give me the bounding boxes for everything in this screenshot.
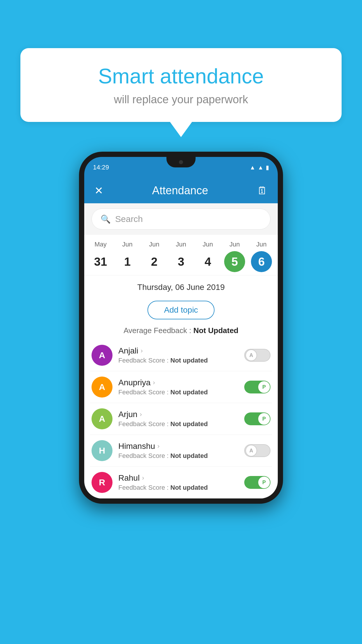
feedback-score: Feedback Score : Not updated bbox=[118, 388, 240, 396]
calendar-day[interactable]: Jun3 bbox=[168, 241, 194, 272]
search-bar[interactable]: 🔍 Search bbox=[92, 209, 270, 230]
avatar: A bbox=[92, 345, 113, 366]
battery-icon: ▮ bbox=[266, 164, 269, 171]
calendar-icon[interactable]: 🗓 bbox=[257, 185, 268, 197]
feedback-score: Feedback Score : Not updated bbox=[118, 357, 240, 364]
day-month: Jun bbox=[122, 241, 132, 248]
student-info: Himanshu ›Feedback Score : Not updated bbox=[118, 442, 240, 460]
selected-date-text: Thursday, 06 June 2019 bbox=[93, 283, 269, 292]
student-row[interactable]: AAnjali ›Feedback Score : Not updatedA bbox=[90, 340, 272, 371]
student-name: Anjali › bbox=[118, 346, 240, 356]
average-feedback: Average Feedback : Not Updated bbox=[84, 324, 278, 340]
toggle-knob: P bbox=[258, 477, 270, 488]
chevron-right-icon: › bbox=[140, 411, 142, 418]
feedback-score: Feedback Score : Not updated bbox=[118, 484, 240, 491]
attendance-toggle[interactable]: P bbox=[244, 381, 270, 393]
add-topic-container: Add topic bbox=[84, 296, 278, 324]
day-number[interactable]: 1 bbox=[117, 251, 138, 272]
avatar: A bbox=[92, 408, 113, 429]
student-row[interactable]: AArjun ›Feedback Score : Not updatedP bbox=[90, 403, 272, 435]
student-info: Arjun ›Feedback Score : Not updated bbox=[118, 410, 240, 428]
speech-bubble: Smart attendance will replace your paper… bbox=[20, 48, 342, 122]
avg-feedback-value: Not Updated bbox=[193, 326, 238, 335]
chevron-right-icon: › bbox=[142, 474, 144, 482]
day-number[interactable]: 4 bbox=[197, 251, 218, 272]
toggle-knob: A bbox=[245, 445, 257, 456]
day-month: Jun bbox=[256, 241, 266, 248]
toggle-switch[interactable]: A bbox=[244, 444, 270, 457]
student-row[interactable]: RRahul ›Feedback Score : Not updatedP bbox=[90, 467, 272, 498]
toggle-switch[interactable]: P bbox=[244, 412, 270, 425]
status-bar: 14:29 ▲ ▲ ▮ bbox=[84, 157, 278, 178]
selected-date-section: Thursday, 06 June 2019 bbox=[84, 275, 278, 296]
chevron-right-icon: › bbox=[153, 379, 155, 386]
student-name: Rahul › bbox=[118, 473, 240, 483]
student-info: Anjali ›Feedback Score : Not updated bbox=[118, 346, 240, 364]
attendance-toggle[interactable]: A bbox=[244, 444, 270, 457]
search-placeholder: Search bbox=[115, 214, 143, 224]
toggle-switch[interactable]: P bbox=[244, 381, 270, 393]
avatar: A bbox=[92, 377, 113, 398]
student-row[interactable]: HHimanshu ›Feedback Score : Not updatedA bbox=[90, 435, 272, 467]
speech-bubble-container: Smart attendance will replace your paper… bbox=[20, 48, 342, 122]
day-number[interactable]: 5 bbox=[224, 251, 245, 272]
day-month: May bbox=[94, 241, 107, 248]
calendar-day[interactable]: Jun4 bbox=[195, 241, 221, 272]
avatar: H bbox=[92, 440, 113, 461]
phone-screen: 🔍 Search May31Jun1Jun2Jun3Jun4Jun5Jun6 T… bbox=[84, 203, 278, 498]
search-icon: 🔍 bbox=[101, 214, 111, 224]
student-list: AAnjali ›Feedback Score : Not updatedAAA… bbox=[84, 340, 278, 498]
toggle-knob: P bbox=[258, 413, 270, 425]
day-month: Jun bbox=[149, 241, 159, 248]
student-name: Anupriya › bbox=[118, 378, 240, 387]
camera-dot bbox=[179, 160, 183, 164]
wifi-icon: ▲ bbox=[249, 164, 255, 171]
chevron-right-icon: › bbox=[140, 347, 143, 355]
day-month: Jun bbox=[203, 241, 213, 248]
student-info: Anupriya ›Feedback Score : Not updated bbox=[118, 378, 240, 396]
app-title: Attendance bbox=[152, 184, 208, 197]
bubble-subtitle: will replace your paperwork bbox=[38, 93, 324, 106]
notch bbox=[166, 157, 196, 167]
student-name: Himanshu › bbox=[118, 442, 240, 451]
student-name: Arjun › bbox=[118, 410, 240, 419]
feedback-score: Feedback Score : Not updated bbox=[118, 452, 240, 460]
avg-feedback-label: Average Feedback : bbox=[124, 326, 191, 335]
calendar-day[interactable]: May31 bbox=[88, 241, 113, 272]
status-time: 14:29 bbox=[93, 164, 109, 171]
avatar: R bbox=[92, 472, 113, 493]
calendar-strip: May31Jun1Jun2Jun3Jun4Jun5Jun6 bbox=[84, 235, 278, 275]
day-month: Jun bbox=[229, 241, 240, 248]
attendance-toggle[interactable]: A bbox=[244, 349, 270, 362]
add-topic-button[interactable]: Add topic bbox=[147, 301, 215, 319]
day-number[interactable]: 3 bbox=[171, 251, 191, 272]
signal-icon: ▲ bbox=[258, 164, 263, 171]
calendar-day[interactable]: Jun5 bbox=[222, 241, 247, 272]
calendar-day[interactable]: Jun1 bbox=[115, 241, 140, 272]
phone-container: 14:29 ▲ ▲ ▮ ✕ Attendance 🗓 🔍 Search bbox=[79, 152, 283, 504]
student-row[interactable]: AAnupriya ›Feedback Score : Not updatedP bbox=[90, 371, 272, 403]
toggle-knob: P bbox=[258, 381, 270, 393]
search-container: 🔍 Search bbox=[84, 203, 278, 235]
toggle-knob: A bbox=[245, 349, 257, 361]
calendar-day[interactable]: Jun6 bbox=[249, 241, 274, 272]
toggle-switch[interactable]: A bbox=[244, 349, 270, 362]
status-icons: ▲ ▲ ▮ bbox=[249, 164, 269, 171]
day-number[interactable]: 31 bbox=[90, 251, 111, 272]
calendar-day[interactable]: Jun2 bbox=[141, 241, 167, 272]
feedback-score: Feedback Score : Not updated bbox=[118, 420, 240, 428]
phone-outer: 14:29 ▲ ▲ ▮ ✕ Attendance 🗓 🔍 Search bbox=[79, 152, 283, 504]
attendance-toggle[interactable]: P bbox=[244, 476, 270, 489]
bubble-title: Smart attendance bbox=[38, 64, 324, 88]
day-month: Jun bbox=[176, 241, 186, 248]
day-number[interactable]: 2 bbox=[144, 251, 165, 272]
app-header: ✕ Attendance 🗓 bbox=[84, 178, 278, 203]
close-icon[interactable]: ✕ bbox=[94, 185, 103, 197]
attendance-toggle[interactable]: P bbox=[244, 412, 270, 425]
day-number[interactable]: 6 bbox=[251, 251, 272, 272]
toggle-switch[interactable]: P bbox=[244, 476, 270, 489]
student-info: Rahul ›Feedback Score : Not updated bbox=[118, 473, 240, 491]
chevron-right-icon: › bbox=[157, 442, 159, 450]
